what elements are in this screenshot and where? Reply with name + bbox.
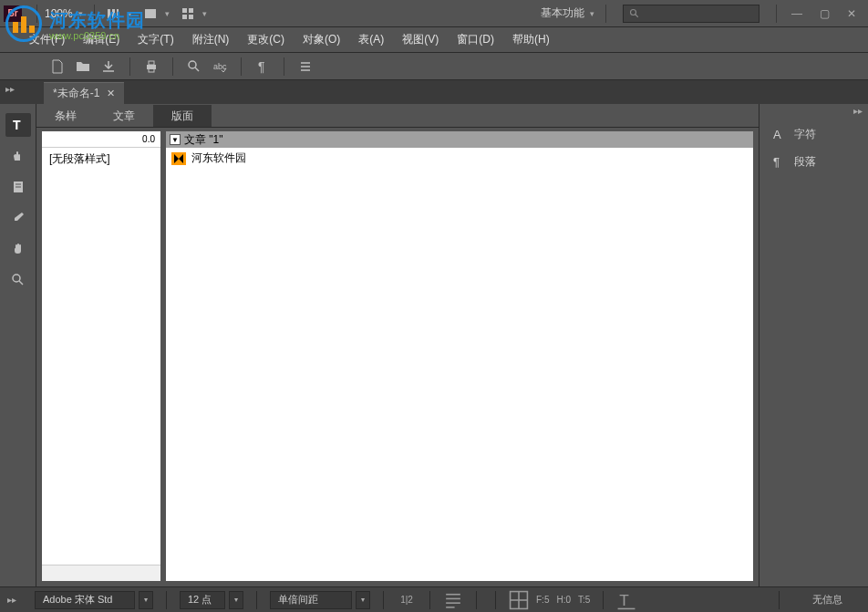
- t-value: T:5: [578, 595, 590, 605]
- svg-rect-1: [112, 9, 115, 18]
- svg-rect-11: [149, 61, 154, 65]
- note-tool[interactable]: [5, 175, 31, 199]
- arrange-icon[interactable]: [177, 5, 199, 23]
- screen-mode-icon[interactable]: [140, 5, 161, 23]
- zoom-value[interactable]: 100%: [45, 7, 73, 20]
- tools-panel: T: [0, 104, 36, 586]
- f-value: F:5: [536, 595, 549, 605]
- svg-text:¶: ¶: [773, 155, 780, 168]
- svg-line-9: [636, 14, 638, 16]
- menu-bar: 文件(F) 编辑(E) 文字(T) 附注(N) 更改(C) 对象(O) 表(A)…: [0, 27, 868, 53]
- view-options-icon[interactable]: [102, 5, 124, 23]
- zoom-dropdown-icon[interactable]: ▾: [78, 9, 83, 18]
- svg-rect-0: [108, 9, 110, 18]
- chevron-down-icon[interactable]: ▾: [165, 9, 170, 18]
- document-tab-title: *未命名-1: [53, 86, 99, 101]
- font-size-field[interactable]: 12 点: [180, 591, 225, 609]
- menu-edit[interactable]: 编辑(E): [74, 32, 129, 47]
- svg-text:T: T: [13, 118, 21, 132]
- size-dropdown-icon[interactable]: ▾: [229, 591, 243, 609]
- status-bar: ▸▸ Adobe 宋体 Std ▾ 12 点 ▾ 单倍间距 ▾ 1|2 F:5 …: [0, 586, 868, 612]
- font-family-field[interactable]: Adobe 宋体 Std: [35, 591, 135, 609]
- type-tool[interactable]: T: [5, 113, 31, 137]
- chevron-down-icon[interactable]: ▾: [202, 9, 207, 18]
- close-tab-icon[interactable]: ✕: [107, 88, 115, 99]
- icon-toolbar: abc ¶: [0, 53, 868, 80]
- right-panel-dock: ▸▸ A 字符 ¶ 段落: [759, 104, 868, 586]
- expand-status-icon[interactable]: ▸▸: [7, 595, 20, 605]
- save-icon[interactable]: [98, 57, 119, 77]
- collapse-toggle-icon[interactable]: ▼: [170, 134, 181, 145]
- story-icon: [171, 152, 186, 165]
- svg-rect-2: [117, 9, 119, 18]
- chevron-down-icon[interactable]: ▾: [128, 9, 132, 18]
- list-icon[interactable]: [295, 57, 315, 77]
- new-doc-icon[interactable]: [47, 57, 67, 77]
- hand-tool[interactable]: [5, 237, 31, 261]
- open-folder-icon[interactable]: [73, 57, 93, 77]
- align-icon[interactable]: [443, 591, 463, 609]
- maximize-button[interactable]: ▢: [811, 5, 837, 23]
- svg-rect-4: [182, 8, 187, 13]
- menu-notes[interactable]: 附注(N): [183, 32, 239, 47]
- styles-footer: [42, 565, 160, 581]
- menu-type[interactable]: 文字(T): [129, 32, 182, 47]
- article-header-label: 文章 "1": [184, 132, 223, 148]
- menu-object[interactable]: 对象(O): [294, 32, 349, 47]
- search-input[interactable]: [623, 5, 760, 23]
- menu-file[interactable]: 文件(F): [20, 32, 74, 47]
- article-header[interactable]: ▼ 文章 "1": [166, 131, 753, 148]
- svg-point-8: [631, 9, 636, 15]
- no-paragraph-style-item[interactable]: [无段落样式]: [42, 148, 160, 171]
- grid-icon[interactable]: [509, 591, 529, 609]
- pilcrow-icon[interactable]: ¶: [253, 57, 273, 77]
- tab-article[interactable]: 文章: [95, 105, 153, 127]
- tab-style[interactable]: 条样: [36, 105, 95, 127]
- h-value: H:0: [556, 595, 571, 605]
- spacing-dropdown-icon[interactable]: ▾: [356, 591, 370, 609]
- app-bridge-icon[interactable]: Br: [4, 5, 22, 22]
- document-tab[interactable]: *未命名-1 ✕: [44, 82, 124, 104]
- zoom-tool[interactable]: [5, 268, 31, 292]
- svg-rect-7: [189, 15, 193, 19]
- line-spacing-field[interactable]: 单倍间距: [270, 591, 352, 609]
- expand-left-icon[interactable]: ▸▸: [5, 84, 18, 97]
- article-item[interactable]: 河东软件园: [166, 148, 753, 169]
- status-info: 无信息: [794, 593, 861, 607]
- workspace-label: 基本功能: [541, 5, 584, 21]
- hand-heal-tool[interactable]: [5, 144, 31, 168]
- close-button[interactable]: ✕: [839, 5, 864, 23]
- svg-text:A: A: [773, 128, 781, 140]
- find-icon[interactable]: [184, 57, 204, 77]
- workspace-switcher[interactable]: 基本功能 ▾: [541, 5, 598, 21]
- panel-character-label: 字符: [794, 127, 816, 142]
- print-icon[interactable]: [141, 57, 161, 77]
- menu-help[interactable]: 帮助(H): [503, 32, 559, 47]
- tab-layout[interactable]: 版面: [153, 105, 212, 127]
- svg-rect-3: [145, 9, 156, 18]
- text-frame-icon[interactable]: T: [616, 591, 636, 609]
- svg-point-24: [13, 275, 20, 282]
- paragraph-icon: ¶: [772, 155, 785, 168]
- menu-window[interactable]: 窗口(D): [448, 32, 503, 47]
- expand-right-icon[interactable]: ▸▸: [853, 106, 863, 116]
- svg-rect-6: [182, 15, 187, 19]
- svg-line-25: [19, 281, 23, 285]
- chevron-down-icon: ▾: [590, 9, 594, 18]
- menu-table[interactable]: 表(A): [349, 32, 393, 47]
- character-icon: A: [772, 128, 785, 140]
- minimize-button[interactable]: —: [784, 5, 810, 23]
- article-item-label: 河东软件园: [191, 150, 246, 166]
- spellcheck-icon[interactable]: abc: [210, 57, 230, 77]
- panel-character[interactable]: A 字符: [760, 120, 868, 148]
- panel-paragraph[interactable]: ¶ 段落: [760, 148, 868, 175]
- document-tab-bar: *未命名-1 ✕: [0, 80, 868, 104]
- menu-change[interactable]: 更改(C): [238, 32, 294, 47]
- panel-tab-bar: 条样 文章 版面: [36, 104, 759, 128]
- eyedropper-tool[interactable]: [5, 206, 31, 230]
- svg-point-13: [189, 61, 196, 68]
- svg-text:T: T: [620, 591, 630, 609]
- font-dropdown-icon[interactable]: ▾: [139, 591, 153, 609]
- menu-view[interactable]: 视图(V): [393, 32, 448, 47]
- fraction-icon[interactable]: 1|2: [397, 591, 417, 609]
